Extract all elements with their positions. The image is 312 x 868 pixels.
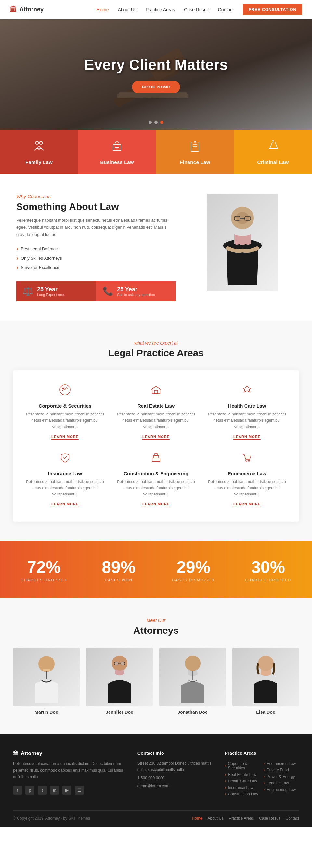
area-ecommerce-desc: Pellentesque habitant morbi tristique se… [205,479,289,498]
area-healthcare-link[interactable]: LEARN MORE [233,435,261,439]
ecommerce-icon [205,451,289,467]
healthcare-icon [205,383,289,399]
area-healthcare-name: Health Care Law [205,403,289,409]
finance-law-icon [188,139,202,156]
stats-band: 72% CHARGES DROPPED 89% CASES WON 29% CA… [0,541,312,598]
band-family-law[interactable]: Family Law [0,130,78,174]
area-construction-link[interactable]: LEARN MORE [142,502,170,507]
nav-links: Home About Us Practice Areas Case Result… [97,4,302,15]
footer-link-realestate[interactable]: Real Estate Law [224,771,260,778]
areas-grid-container: Corporate & Securities Pellentesque habi… [13,370,299,522]
footer-nav-about[interactable]: About Us [208,816,223,820]
social-rss[interactable]: ☰ [75,786,84,795]
attorney-jennifer: Jennifer Doe [86,648,153,715]
stat-experience: ⚖️ 25 Year Long Experience [16,281,96,301]
book-now-button[interactable]: BOOK NOW! [132,81,180,93]
social-linkedin[interactable]: in [50,786,59,795]
social-pinterest[interactable]: p [25,786,34,795]
social-youtube[interactable]: ▶ [62,786,71,795]
footer-address: Street 238,32 tempor Donec ultrices matt… [137,760,212,773]
footer-link-power[interactable]: Power & Energy [264,773,299,780]
footer-link-insurance[interactable]: Insurance Law [224,784,260,791]
hero-content: Every Client Matters BOOK NOW! [84,56,228,93]
hero-dots [148,121,164,124]
band-finance-law[interactable]: Finance Law [156,130,234,174]
attorneys-grid: Martin Doe Jennifer Doe [13,648,299,715]
footer-link-privatefund[interactable]: Private Fund [264,767,299,773]
free-consultation-button[interactable]: FREE CONSULTATION [243,4,302,15]
attorney-martin-name: Martin Doe [13,710,80,715]
stat-call-text: 25 Year Call to ask any question [117,286,155,297]
band-business-label: Business Law [100,159,134,165]
footer-bottom: © Copyright 2019. Attorney · by SKTTheme… [13,810,299,820]
svg-point-30 [246,460,247,461]
nav-case[interactable]: Case Result [184,7,209,12]
area-realestate: Real Estate Law Pellentesque habitant mo… [114,383,198,439]
stat-call-num: 25 Year [117,286,155,293]
why-title: Something About Law [16,201,176,212]
stat-cases-won: 89% CASES WON [81,557,156,582]
footer-phone: 1 500 000 0000 [137,775,212,781]
area-corporate: Corporate & Securities Pellentesque habi… [23,383,107,439]
phone-icon: 📞 [103,286,113,297]
attorney-lisa-name: Lisa Doe [232,710,299,715]
band-business-law[interactable]: Business Law [78,130,156,174]
nav-contact[interactable]: Contact [218,7,234,12]
area-realestate-link[interactable]: LEARN MORE [142,435,170,439]
attorney-lisa-photo [232,648,299,706]
areas-subtitle: what we are expert at [13,340,299,345]
svg-rect-28 [155,454,157,456]
footer-link-ecommerce[interactable]: Ecommerce Law [264,760,299,767]
why-subtitle: Why Choose us [16,193,176,199]
svg-rect-33 [42,669,50,672]
footer-link-construction[interactable]: Construction Law [224,791,260,797]
stat-charges-dropped: 72% CHARGES DROPPED [6,557,81,582]
stat-experience-label: Long Experience [37,293,64,297]
band-family-label: Family Law [25,159,53,165]
footer-practice-col: Practice Areas Coporate & Securities Rea… [224,750,299,797]
practice-areas-section: what we are expert at Legal Practice Are… [0,321,312,541]
dot-2[interactable] [154,121,158,124]
footer-nav-case[interactable]: Case Result [259,816,280,820]
footer-copyright: © Copyright 2019. Attorney · by SKTTheme… [13,816,90,820]
stat-experience-text: 25 Year Long Experience [37,286,64,297]
nav-about[interactable]: About Us [118,7,137,12]
why-description: Pellentesque habitant morbi tristique se… [16,217,176,238]
area-insurance-link[interactable]: LEARN MORE [51,502,79,507]
area-corporate-link[interactable]: LEARN MORE [51,435,79,439]
why-item-2: Only Skilled Attorneys [16,253,176,263]
svg-point-24 [62,387,64,389]
svg-rect-26 [152,458,160,461]
footer-description: Pellentesque placerat urna eu iaculis di… [13,760,125,780]
footer-link-engineering[interactable]: Engineering Law [264,786,299,793]
svg-point-41 [258,656,274,671]
areas-grid: Corporate & Securities Pellentesque habi… [23,383,289,506]
nav-practice[interactable]: Practice Areas [146,7,175,12]
stat-charges-dropped-num: 72% [6,557,81,577]
footer-link-lending[interactable]: Lending Law [264,780,299,786]
footer-link-corporate[interactable]: Coporate & Securities [224,760,260,771]
dot-1[interactable] [148,121,152,124]
nav-home[interactable]: Home [97,7,109,12]
svg-rect-10 [191,142,199,151]
footer-socials: f p t in ▶ ☰ [13,786,125,795]
area-ecommerce-link[interactable]: LEARN MORE [233,502,261,507]
hero-section: Every Client Matters BOOK NOW! [0,19,312,130]
footer-practice-col2: Ecommerce Law Private Fund Power & Energ… [264,760,299,797]
social-twitter[interactable]: t [38,786,47,795]
footer-link-healthcare[interactable]: Health Care Law [224,778,260,784]
footer-nav-home[interactable]: Home [192,816,203,820]
practice-bands: Family Law Business Law Finance Law [0,130,312,174]
corporate-icon [23,383,107,399]
hero-title: Every Client Matters [84,56,228,73]
footer-nav-contact[interactable]: Contact [286,816,299,820]
stat-cases-dismissed-label: CASES DISMISSED [156,578,231,582]
stat-cases-dismissed-num: 29% [156,557,231,577]
social-facebook[interactable]: f [13,786,22,795]
footer-nav-practice[interactable]: Practice Areas [229,816,254,820]
dot-3[interactable] [160,121,164,124]
svg-point-39 [185,656,201,671]
svg-point-31 [248,460,250,461]
band-finance-label: Finance Law [180,159,210,165]
band-criminal-law[interactable]: Criminal Law [234,130,312,174]
